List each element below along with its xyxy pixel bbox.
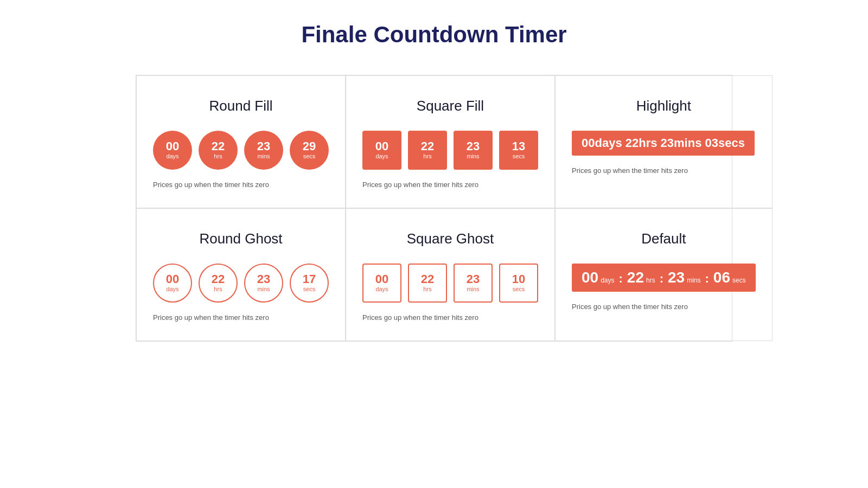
timer-label: secs — [732, 277, 746, 284]
card-round-fill: Round Fill00days22hrs23mins29secsPrices … — [136, 75, 346, 208]
card-title-square-fill: Square Fill — [362, 98, 538, 114]
round-fill-unit-hrs: 22hrs — [199, 131, 238, 170]
card-title-highlight: Highlight — [572, 98, 756, 114]
timer-label: days — [375, 152, 388, 160]
card-subtext-default: Prices go up when the timer hits zero — [572, 303, 688, 311]
timer-label: hrs — [423, 152, 431, 160]
timer-label: mins — [467, 285, 479, 293]
timer-value: 00 — [375, 273, 388, 285]
card-title-round-ghost: Round Ghost — [153, 230, 329, 247]
timer-value: 23 — [467, 273, 480, 285]
timer-label: mins — [467, 152, 479, 160]
timer-value: 00 — [582, 269, 598, 286]
timer-separator: : — [619, 272, 623, 286]
round-fill-unit-days: 00days — [153, 131, 192, 170]
timer-row: 00days22hrs23mins10secs — [362, 264, 538, 303]
round-ghost-unit-mins: 23mins — [244, 264, 283, 303]
timer-value: 23 — [257, 140, 270, 152]
timer-label: days — [601, 277, 614, 284]
timer-value: 23 — [668, 269, 685, 286]
timer-label: days — [166, 152, 178, 160]
timer-value: 29 — [303, 140, 316, 152]
timer-grid: Round Fill00days22hrs23mins29secsPrices … — [136, 75, 732, 342]
timer-label: mins — [257, 285, 270, 293]
timer-value: 00 — [166, 273, 179, 285]
timer-label: hrs — [214, 152, 222, 160]
square-ghost-unit-secs: 10secs — [499, 264, 538, 303]
card-highlight: Highlight00days 22hrs 23mins 03secsPrice… — [555, 75, 773, 208]
square-fill-unit-days: 00days — [362, 131, 401, 170]
round-fill-unit-secs: 29secs — [290, 131, 329, 170]
timer-value: 22 — [421, 273, 434, 285]
timer-label: hrs — [423, 285, 431, 293]
square-ghost-unit-days: 00days — [362, 264, 401, 303]
timer-value: 10 — [512, 273, 525, 285]
timer-value: 17 — [303, 273, 316, 285]
timer-label: secs — [303, 152, 316, 160]
timer-value: 22 — [421, 140, 434, 152]
card-subtext-round-ghost: Prices go up when the timer hits zero — [153, 313, 269, 322]
timer-label: mins — [687, 277, 700, 284]
timer-row: 00days22hrs23mins29secs — [153, 131, 329, 170]
timer-value: 00 — [166, 140, 179, 152]
timer-value: 22 — [627, 269, 644, 286]
card-subtext-square-fill: Prices go up when the timer hits zero — [362, 181, 478, 189]
round-ghost-unit-days: 00days — [153, 264, 192, 303]
timer-value: 00 — [375, 140, 388, 152]
card-title-round-fill: Round Fill — [153, 98, 329, 114]
timer-value: 22 — [212, 140, 225, 152]
card-subtext-highlight: Prices go up when the timer hits zero — [572, 166, 688, 175]
square-ghost-unit-hrs: 22hrs — [408, 264, 447, 303]
default-timer: 00days:22hrs:23mins:06secs — [572, 264, 756, 292]
timer-label: hrs — [214, 285, 222, 293]
card-subtext-round-fill: Prices go up when the timer hits zero — [153, 181, 269, 189]
timer-value: 22 — [212, 273, 225, 285]
round-fill-unit-mins: 23mins — [244, 131, 283, 170]
card-title-square-ghost: Square Ghost — [362, 230, 538, 247]
card-square-ghost: Square Ghost00days22hrs23mins10secsPrice… — [346, 208, 555, 341]
card-subtext-square-ghost: Prices go up when the timer hits zero — [362, 313, 478, 322]
round-ghost-unit-secs: 17secs — [290, 264, 329, 303]
card-round-ghost: Round Ghost00days22hrs23mins17secsPrices… — [136, 208, 346, 341]
timer-label: days — [166, 285, 178, 293]
timer-label: mins — [257, 152, 270, 160]
card-default: Default00days:22hrs:23mins:06secsPrices … — [555, 208, 773, 341]
card-square-fill: Square Fill00days22hrs23mins13secsPrices… — [346, 75, 555, 208]
highlight-timer: 00days 22hrs 23mins 03secs — [572, 131, 755, 156]
timer-value: 06 — [713, 269, 730, 286]
timer-separator: : — [705, 272, 709, 286]
timer-label: hrs — [646, 277, 655, 284]
timer-row: 00days22hrs23mins17secs — [153, 264, 329, 303]
timer-label: secs — [513, 152, 525, 160]
square-fill-unit-hrs: 22hrs — [408, 131, 447, 170]
timer-label: secs — [513, 285, 525, 293]
card-title-default: Default — [572, 230, 756, 247]
page-title: Finale Countdown Timer — [301, 22, 566, 48]
timer-value: 23 — [257, 273, 270, 285]
timer-value: 23 — [467, 140, 480, 152]
timer-separator: : — [660, 272, 663, 286]
square-fill-unit-mins: 23mins — [454, 131, 493, 170]
square-ghost-unit-mins: 23mins — [454, 264, 493, 303]
timer-label: days — [375, 285, 388, 293]
timer-label: secs — [303, 285, 316, 293]
timer-row: 00days22hrs23mins13secs — [362, 131, 538, 170]
round-ghost-unit-hrs: 22hrs — [199, 264, 238, 303]
square-fill-unit-secs: 13secs — [499, 131, 538, 170]
timer-value: 13 — [512, 140, 525, 152]
